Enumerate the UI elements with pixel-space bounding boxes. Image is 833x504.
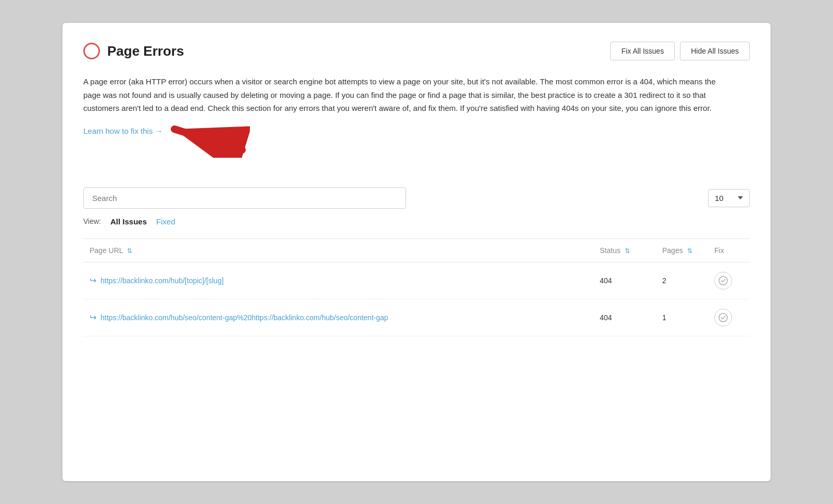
col-pages[interactable]: Pages ⇅ (656, 239, 708, 262)
pages-cell: 1 (656, 299, 708, 336)
page-header: Page Errors Fix All Issues Hide All Issu… (83, 42, 750, 60)
checkmark-icon (718, 313, 728, 322)
fix-all-button[interactable]: Fix All Issues (610, 42, 675, 60)
table-header-row: Page URL ⇅ Status ⇅ Pages ⇅ Fix (83, 239, 750, 262)
url-link[interactable]: https://backlinko.com/hub/[topic]/[slug] (100, 276, 224, 285)
description-text: A page error (aka HTTP error) occurs whe… (83, 75, 729, 115)
learn-link[interactable]: Learn how to fix this → (83, 127, 163, 135)
tab-fixed[interactable]: Fixed (156, 217, 175, 226)
col-status[interactable]: Status ⇅ (594, 239, 656, 262)
header-left: Page Errors (83, 43, 184, 59)
page-title: Page Errors (107, 43, 184, 59)
page-errors-card: Page Errors Fix All Issues Hide All Issu… (62, 23, 771, 481)
per-page-select[interactable]: 10 (708, 189, 750, 207)
chevron-down-icon (738, 196, 743, 199)
pages-cell: 2 (656, 262, 708, 299)
fix-cell (708, 262, 750, 299)
per-page-value: 10 (715, 194, 724, 203)
status-cell: 404 (594, 262, 656, 299)
url-link[interactable]: https://backlinko.com/hub/seo/content-ga… (100, 313, 388, 322)
view-label: View: (83, 217, 101, 225)
status-cell: 404 (594, 299, 656, 336)
sort-icon-status: ⇅ (625, 247, 630, 255)
col-page-url[interactable]: Page URL ⇅ (83, 239, 594, 262)
tab-all-issues[interactable]: All Issues (110, 217, 147, 226)
error-circle-icon (83, 43, 100, 59)
sort-icon-pages: ⇅ (687, 247, 692, 255)
table-row: ↪ https://backlinko.com/hub/[topic]/[slu… (83, 262, 750, 299)
checkmark-icon (718, 276, 728, 285)
external-link-icon: ↪ (90, 312, 96, 322)
svg-point-1 (719, 276, 727, 285)
fix-button[interactable] (714, 272, 732, 289)
fix-button[interactable] (714, 309, 732, 326)
issues-table: Page URL ⇅ Status ⇅ Pages ⇅ Fix (83, 239, 750, 336)
url-cell: ↪ https://backlinko.com/hub/[topic]/[slu… (83, 262, 594, 299)
learn-link-container: Learn how to fix this → (83, 127, 163, 156)
search-row: 10 (83, 187, 750, 209)
external-link-icon: ↪ (90, 275, 96, 285)
fix-cell (708, 299, 750, 336)
url-cell: ↪ https://backlinko.com/hub/seo/content-… (83, 299, 594, 336)
svg-point-2 (719, 313, 727, 322)
table-row: ↪ https://backlinko.com/hub/seo/content-… (83, 299, 750, 336)
hide-all-button[interactable]: Hide All Issues (680, 42, 750, 60)
sort-icon-url: ⇅ (127, 247, 132, 255)
view-tabs: View: All Issues Fixed (83, 217, 750, 226)
header-buttons: Fix All Issues Hide All Issues (610, 42, 750, 60)
search-input[interactable] (83, 187, 406, 209)
col-fix: Fix (708, 239, 750, 262)
